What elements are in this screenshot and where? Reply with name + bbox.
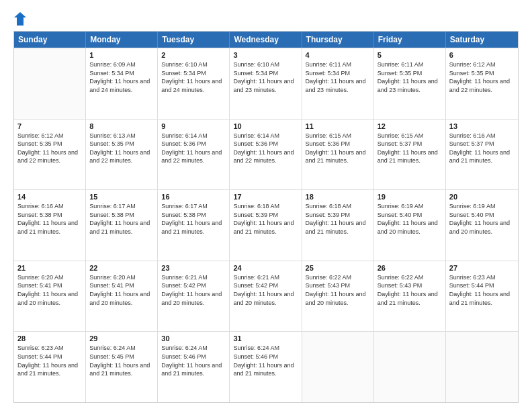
daylight-line: Daylight: 11 hours and and 20 minutes. <box>89 290 154 307</box>
sunset-line: Sunset: 5:44 PM <box>449 281 515 290</box>
daylight-line: Daylight: 11 hours and and 20 minutes. <box>449 219 515 236</box>
calendar-cell: 4 Sunrise: 6:11 AM Sunset: 5:34 PM Dayli… <box>302 48 374 119</box>
calendar-cell: 14 Sunrise: 6:16 AM Sunset: 5:38 PM Dayl… <box>14 190 86 261</box>
calendar-cell: 2 Sunrise: 6:10 AM Sunset: 5:34 PM Dayli… <box>158 48 230 119</box>
logo <box>13 12 27 24</box>
sunrise-line: Sunrise: 6:12 AM <box>17 132 82 140</box>
sunrise-line: Sunrise: 6:22 AM <box>306 273 370 282</box>
daylight-line: Daylight: 11 hours and and 21 minutes. <box>378 148 442 165</box>
sunrise-line: Sunrise: 6:15 AM <box>306 132 370 140</box>
day-number: 27 <box>449 264 515 272</box>
sunset-line: Sunset: 5:44 PM <box>17 353 82 361</box>
calendar-cell: 15 Sunrise: 6:17 AM Sunset: 5:38 PM Dayl… <box>86 190 158 261</box>
day-number: 18 <box>306 193 370 201</box>
daylight-line: Daylight: 11 hours and and 23 minutes. <box>233 77 298 94</box>
sunset-line: Sunset: 5:41 PM <box>17 281 82 290</box>
sunset-line: Sunset: 5:46 PM <box>161 353 226 361</box>
header <box>13 12 519 24</box>
sunset-line: Sunset: 5:34 PM <box>89 69 154 78</box>
page: SundayMondayTuesdayWednesdayThursdayFrid… <box>0 0 532 411</box>
weekday-header: Sunday <box>14 32 86 48</box>
day-number: 5 <box>378 51 442 59</box>
day-number: 13 <box>449 122 515 130</box>
sunrise-line: Sunrise: 6:15 AM <box>378 132 442 140</box>
calendar-cell: 29 Sunrise: 6:24 AM Sunset: 5:45 PM Dayl… <box>86 332 158 402</box>
sunrise-line: Sunrise: 6:14 AM <box>233 132 298 140</box>
calendar-cell: 1 Sunrise: 6:09 AM Sunset: 5:34 PM Dayli… <box>86 48 158 119</box>
daylight-line: Daylight: 11 hours and and 21 minutes. <box>89 361 154 378</box>
calendar-cell: 3 Sunrise: 6:10 AM Sunset: 5:34 PM Dayli… <box>230 48 302 119</box>
sunset-line: Sunset: 5:42 PM <box>161 281 226 290</box>
daylight-line: Daylight: 11 hours and and 20 minutes. <box>17 290 82 307</box>
daylight-line: Daylight: 11 hours and and 20 minutes. <box>161 290 226 307</box>
day-number: 12 <box>378 122 442 130</box>
sunrise-line: Sunrise: 6:20 AM <box>89 273 154 282</box>
day-number: 14 <box>17 193 82 201</box>
sunset-line: Sunset: 5:34 PM <box>233 69 298 78</box>
day-number: 11 <box>306 122 370 130</box>
sunrise-line: Sunrise: 6:23 AM <box>17 344 82 353</box>
calendar-row: 7 Sunrise: 6:12 AM Sunset: 5:35 PM Dayli… <box>14 119 518 190</box>
svg-marker-0 <box>14 12 26 26</box>
day-number: 23 <box>161 264 226 272</box>
day-number: 26 <box>378 264 442 272</box>
daylight-line: Daylight: 11 hours and and 22 minutes. <box>17 148 82 165</box>
daylight-line: Daylight: 11 hours and and 21 minutes. <box>233 361 298 378</box>
daylight-line: Daylight: 11 hours and and 21 minutes. <box>161 219 226 236</box>
calendar-cell: 23 Sunrise: 6:21 AM Sunset: 5:42 PM Dayl… <box>158 261 230 332</box>
sunrise-line: Sunrise: 6:09 AM <box>89 60 154 69</box>
day-number: 16 <box>161 193 226 201</box>
sunset-line: Sunset: 5:45 PM <box>89 353 154 361</box>
day-number: 21 <box>17 264 82 272</box>
calendar-header: SundayMondayTuesdayWednesdayThursdayFrid… <box>14 32 518 48</box>
sunset-line: Sunset: 5:40 PM <box>449 211 515 220</box>
calendar-cell <box>446 332 518 402</box>
day-number: 20 <box>449 193 515 201</box>
sunrise-line: Sunrise: 6:24 AM <box>161 344 226 353</box>
sunrise-line: Sunrise: 6:21 AM <box>161 273 226 282</box>
calendar-cell <box>302 332 374 402</box>
day-number: 1 <box>89 51 154 59</box>
sunrise-line: Sunrise: 6:16 AM <box>449 132 515 140</box>
sunrise-line: Sunrise: 6:17 AM <box>89 202 154 211</box>
day-number: 28 <box>17 334 82 342</box>
sunset-line: Sunset: 5:39 PM <box>306 211 370 220</box>
calendar-cell: 19 Sunrise: 6:19 AM Sunset: 5:40 PM Dayl… <box>374 190 446 261</box>
day-number: 25 <box>306 264 370 272</box>
calendar-cell: 5 Sunrise: 6:11 AM Sunset: 5:35 PM Dayli… <box>374 48 446 119</box>
sunrise-line: Sunrise: 6:21 AM <box>233 273 298 282</box>
daylight-line: Daylight: 11 hours and and 21 minutes. <box>17 219 82 236</box>
sunrise-line: Sunrise: 6:12 AM <box>449 60 515 69</box>
sunrise-line: Sunrise: 6:18 AM <box>306 202 370 211</box>
sunset-line: Sunset: 5:35 PM <box>17 140 82 148</box>
day-number: 10 <box>233 122 298 130</box>
sunrise-line: Sunrise: 6:23 AM <box>449 273 515 282</box>
sunset-line: Sunset: 5:36 PM <box>233 140 298 148</box>
weekday-header: Tuesday <box>158 32 230 48</box>
calendar-cell: 28 Sunrise: 6:23 AM Sunset: 5:44 PM Dayl… <box>14 332 86 402</box>
calendar-cell <box>14 48 86 119</box>
day-number: 2 <box>161 51 226 59</box>
sunrise-line: Sunrise: 6:16 AM <box>17 202 82 211</box>
calendar-row: 14 Sunrise: 6:16 AM Sunset: 5:38 PM Dayl… <box>14 189 518 261</box>
daylight-line: Daylight: 11 hours and and 23 minutes. <box>378 77 442 94</box>
day-number: 22 <box>89 264 154 272</box>
daylight-line: Daylight: 11 hours and and 21 minutes. <box>306 219 370 236</box>
calendar-cell: 16 Sunrise: 6:17 AM Sunset: 5:38 PM Dayl… <box>158 190 230 261</box>
sunrise-line: Sunrise: 6:24 AM <box>89 344 154 353</box>
sunrise-line: Sunrise: 6:20 AM <box>17 273 82 282</box>
day-number: 24 <box>233 264 298 272</box>
calendar-cell: 22 Sunrise: 6:20 AM Sunset: 5:41 PM Dayl… <box>86 261 158 332</box>
sunrise-line: Sunrise: 6:11 AM <box>378 60 442 69</box>
sunrise-line: Sunrise: 6:14 AM <box>161 132 226 140</box>
day-number: 3 <box>233 51 298 59</box>
calendar-row: 28 Sunrise: 6:23 AM Sunset: 5:44 PM Dayl… <box>14 331 518 402</box>
daylight-line: Daylight: 11 hours and and 21 minutes. <box>89 219 154 236</box>
calendar-cell: 30 Sunrise: 6:24 AM Sunset: 5:46 PM Dayl… <box>158 332 230 402</box>
calendar-row: 21 Sunrise: 6:20 AM Sunset: 5:41 PM Dayl… <box>14 261 518 332</box>
daylight-line: Daylight: 11 hours and and 21 minutes. <box>449 148 515 165</box>
day-number: 9 <box>161 122 226 130</box>
sunset-line: Sunset: 5:38 PM <box>161 211 226 220</box>
sunset-line: Sunset: 5:43 PM <box>306 281 370 290</box>
sunset-line: Sunset: 5:36 PM <box>161 140 226 148</box>
